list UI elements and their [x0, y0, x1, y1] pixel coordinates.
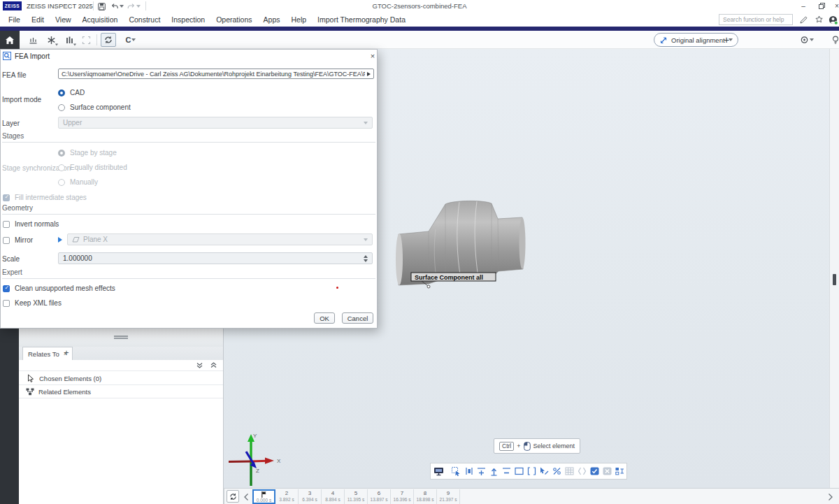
menu-import-thermography[interactable]: Import Thermography Data: [312, 15, 411, 24]
invert-selection-icon[interactable]: [552, 466, 562, 476]
radio-manually[interactable]: Manually: [58, 178, 98, 186]
community-icon[interactable]: [813, 15, 824, 25]
frame-icon[interactable]: [78, 33, 94, 47]
undo-dropdown-icon[interactable]: [120, 5, 124, 8]
angle-selection-icon[interactable]: [577, 466, 587, 476]
minimize-button[interactable]: –: [796, 0, 811, 12]
save-button[interactable]: [98, 1, 106, 11]
checkbox-clean-mesh[interactable]: Clean unsupported mesh effects: [3, 285, 115, 292]
keep-xml-control[interactable]: [3, 300, 10, 307]
rectangle-selection-icon[interactable]: [514, 466, 524, 476]
menu-construct[interactable]: Construct: [123, 15, 166, 24]
redo-dropdown-icon[interactable]: [136, 5, 141, 8]
close-button[interactable]: ×: [829, 0, 839, 12]
measurement-series-icon[interactable]: [25, 33, 41, 47]
stage-compare-icon[interactable]: [464, 466, 474, 476]
layer-dropdown[interactable]: Upper: [58, 117, 373, 129]
checkbox-mirror[interactable]: Mirror: [3, 236, 33, 244]
scale-down-icon[interactable]: [364, 259, 368, 262]
scale-up-icon[interactable]: [364, 255, 368, 258]
expand-all-icon[interactable]: [210, 361, 217, 369]
radio-surface-component[interactable]: Surface component: [58, 103, 131, 111]
radio-stage-by-stage[interactable]: Stage by stage: [58, 149, 117, 157]
radio-manually-control[interactable]: [58, 179, 65, 186]
related-elements-item[interactable]: Related Elements: [19, 385, 223, 398]
menu-operations[interactable]: Operations: [210, 15, 257, 24]
stage-cell[interactable]: 511.395 s: [345, 489, 368, 504]
refresh-project-button[interactable]: C: [120, 33, 141, 47]
stage-cell[interactable]: 716.396 s: [391, 489, 414, 504]
deselect-arrow-icon[interactable]: [539, 466, 550, 476]
fea-model[interactable]: Surface Component all: [392, 196, 531, 294]
select-point-remove-icon[interactable]: [501, 466, 512, 476]
stage-cell[interactable]: 48.894 s: [322, 489, 345, 504]
stage-cell[interactable]: 613.897 s: [368, 489, 391, 504]
radio-cad-control[interactable]: [58, 89, 65, 96]
menu-edit[interactable]: Edit: [26, 15, 50, 24]
ok-button[interactable]: OK: [314, 312, 335, 324]
select-point-add-icon[interactable]: [476, 466, 487, 476]
stage-cell[interactable]: 23.892 s: [275, 489, 299, 504]
account-icon[interactable]: [828, 15, 839, 25]
menu-help[interactable]: Help: [286, 15, 313, 24]
scale-spinbox[interactable]: 1.000000: [58, 252, 373, 264]
menu-view[interactable]: View: [50, 15, 77, 24]
bracket-selection-icon[interactable]: [526, 466, 537, 476]
cancel-selection-icon[interactable]: [602, 466, 612, 476]
stage-cell[interactable]: 818.898 s: [414, 489, 437, 504]
radio-surface-control[interactable]: [58, 104, 65, 111]
restore-button[interactable]: [814, 0, 829, 12]
add-alignment-button[interactable]: +: [720, 33, 733, 47]
timeline-refresh-button[interactable]: [227, 490, 239, 503]
select-through-icon[interactable]: [451, 466, 461, 476]
histogram-icon[interactable]: [62, 33, 77, 47]
snapshot-button[interactable]: [797, 33, 817, 47]
radio-cad[interactable]: CAD: [58, 89, 85, 96]
search-input[interactable]: [719, 14, 793, 25]
collapse-all-icon[interactable]: [196, 361, 203, 369]
snapshot-dropdown-icon[interactable]: [810, 38, 814, 41]
selection-mode-icon[interactable]: [615, 466, 625, 476]
clean-mesh-control[interactable]: [3, 285, 10, 292]
stylus-feedback-icon[interactable]: [798, 15, 809, 25]
mirror-control[interactable]: [3, 237, 10, 244]
add-tab-button[interactable]: +: [61, 347, 72, 359]
menu-acquisition[interactable]: Acquisition: [77, 15, 124, 24]
recalculate-button[interactable]: [101, 33, 116, 47]
stage-cell[interactable]: 36.394 s: [299, 489, 322, 504]
invert-normals-control[interactable]: [3, 221, 10, 228]
fea-file-input[interactable]: C:\Users\iqmoamer\OneDrive - Carl Zeiss …: [58, 69, 374, 79]
light-icon[interactable]: [828, 33, 839, 47]
menu-apps[interactable]: Apps: [258, 15, 286, 24]
mirror-plane-dropdown[interactable]: Plane X: [67, 233, 373, 245]
checkbox-keep-xml[interactable]: Keep XML files: [3, 299, 62, 307]
cancel-button[interactable]: Cancel: [342, 312, 373, 324]
checkbox-fill-intermediate[interactable]: Fill intermediate stages: [3, 194, 87, 201]
construct-star-icon[interactable]: [43, 33, 59, 47]
radio-equally-distributed[interactable]: Equally distributed: [58, 164, 127, 171]
refresh-dropdown-icon[interactable]: [131, 38, 136, 41]
timeline-prev-icon[interactable]: [242, 492, 250, 502]
grid-selection-icon[interactable]: [564, 466, 575, 476]
select-point-move-icon[interactable]: [489, 466, 499, 476]
radio-equally-control[interactable]: [58, 164, 65, 171]
menu-file[interactable]: File: [3, 15, 26, 24]
stage-cell[interactable]: 921.397 s: [437, 489, 460, 504]
menu-inspection[interactable]: Inspection: [166, 15, 210, 24]
home-button[interactable]: [0, 31, 20, 49]
fill-intermediate-control[interactable]: [3, 194, 10, 201]
panel-splitter[interactable]: [114, 336, 128, 339]
timeline-next-icon[interactable]: [826, 492, 835, 502]
histogram-dropdown-icon[interactable]: [73, 44, 76, 46]
undo-button[interactable]: [110, 1, 124, 11]
right-panel-handle[interactable]: [833, 274, 836, 285]
construct-dropdown-icon[interactable]: [55, 44, 58, 46]
radio-stage-by-stage-control[interactable]: [58, 150, 65, 157]
redo-button[interactable]: [127, 1, 141, 11]
dialog-close-button[interactable]: ×: [368, 52, 377, 60]
checkbox-invert-normals[interactable]: Invert normals: [3, 220, 59, 228]
stage-cell-current[interactable]: 0.000 s: [252, 489, 275, 504]
view-3d-display-icon[interactable]: [433, 466, 444, 476]
file-expand-icon[interactable]: [367, 72, 371, 76]
confirm-selection-icon[interactable]: [589, 466, 600, 476]
